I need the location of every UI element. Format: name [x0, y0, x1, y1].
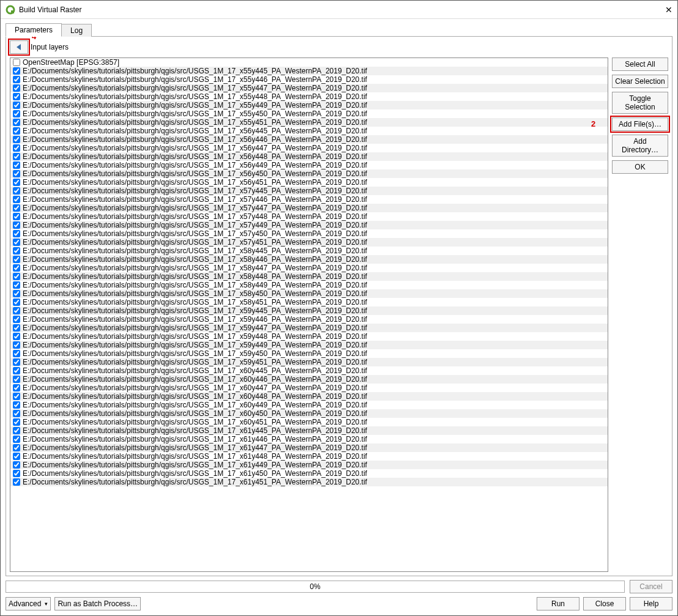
- layer-listbox[interactable]: OpenStreetMap [EPSG:3857]E:/Documents/sk…: [10, 58, 608, 572]
- list-item-checkbox[interactable]: [13, 59, 20, 66]
- list-item[interactable]: E:/Documents/skylines/tutorials/pittsbur…: [10, 255, 608, 264]
- list-item-checkbox[interactable]: [13, 196, 20, 203]
- tab-parameters[interactable]: Parameters: [6, 23, 62, 37]
- list-item[interactable]: E:/Documents/skylines/tutorials/pittsbur…: [10, 384, 608, 392]
- list-item[interactable]: E:/Documents/skylines/tutorials/pittsbur…: [10, 332, 608, 341]
- list-item-checkbox[interactable]: [13, 350, 20, 357]
- toggle-selection-button[interactable]: Toggle Selection: [612, 92, 668, 114]
- list-item[interactable]: E:/Documents/skylines/tutorials/pittsbur…: [10, 366, 608, 375]
- list-item-checkbox[interactable]: [13, 179, 20, 186]
- list-item-checkbox[interactable]: [13, 418, 20, 426]
- back-button[interactable]: [10, 40, 28, 54]
- list-item[interactable]: E:/Documents/skylines/tutorials/pittsbur…: [10, 358, 608, 366]
- list-item[interactable]: E:/Documents/skylines/tutorials/pittsbur…: [10, 461, 608, 469]
- list-item[interactable]: E:/Documents/skylines/tutorials/pittsbur…: [10, 281, 608, 289]
- tab-log[interactable]: Log: [61, 24, 92, 37]
- list-item[interactable]: E:/Documents/skylines/tutorials/pittsbur…: [10, 204, 608, 212]
- list-item-checkbox[interactable]: [13, 170, 20, 177]
- list-item[interactable]: E:/Documents/skylines/tutorials/pittsbur…: [10, 409, 608, 418]
- list-item[interactable]: E:/Documents/skylines/tutorials/pittsbur…: [10, 401, 608, 409]
- list-item[interactable]: E:/Documents/skylines/tutorials/pittsbur…: [10, 349, 608, 358]
- list-item-checkbox[interactable]: [13, 110, 20, 117]
- list-item-checkbox[interactable]: [13, 333, 20, 340]
- list-item[interactable]: E:/Documents/skylines/tutorials/pittsbur…: [10, 118, 608, 127]
- list-item-checkbox[interactable]: [13, 461, 20, 469]
- list-item[interactable]: E:/Documents/skylines/tutorials/pittsbur…: [10, 178, 608, 187]
- list-item[interactable]: E:/Documents/skylines/tutorials/pittsbur…: [10, 272, 608, 281]
- list-item-checkbox[interactable]: [13, 410, 20, 417]
- list-item[interactable]: E:/Documents/skylines/tutorials/pittsbur…: [10, 161, 608, 169]
- list-item-checkbox[interactable]: [13, 119, 20, 126]
- advanced-button[interactable]: Advanced ▾: [6, 597, 51, 610]
- list-item[interactable]: E:/Documents/skylines/tutorials/pittsbur…: [10, 375, 608, 384]
- ok-button[interactable]: OK: [612, 160, 668, 174]
- list-item[interactable]: OpenStreetMap [EPSG:3857]: [10, 58, 608, 67]
- list-item-checkbox[interactable]: [13, 239, 20, 246]
- list-item[interactable]: E:/Documents/skylines/tutorials/pittsbur…: [10, 324, 608, 332]
- list-item[interactable]: E:/Documents/skylines/tutorials/pittsbur…: [10, 392, 608, 401]
- list-item[interactable]: E:/Documents/skylines/tutorials/pittsbur…: [10, 298, 608, 306]
- list-item-checkbox[interactable]: [13, 376, 20, 383]
- list-item[interactable]: E:/Documents/skylines/tutorials/pittsbur…: [10, 92, 608, 101]
- list-item-checkbox[interactable]: [13, 436, 20, 443]
- list-item-checkbox[interactable]: [13, 453, 20, 460]
- list-item-checkbox[interactable]: [13, 367, 20, 374]
- list-item-checkbox[interactable]: [13, 136, 20, 143]
- list-item[interactable]: E:/Documents/skylines/tutorials/pittsbur…: [10, 229, 608, 238]
- list-item[interactable]: E:/Documents/skylines/tutorials/pittsbur…: [10, 152, 608, 161]
- list-item-checkbox[interactable]: [13, 67, 20, 75]
- list-item-checkbox[interactable]: [13, 384, 20, 391]
- list-item-checkbox[interactable]: [13, 273, 20, 280]
- list-item[interactable]: E:/Documents/skylines/tutorials/pittsbur…: [10, 418, 608, 426]
- list-item-checkbox[interactable]: [13, 401, 20, 409]
- list-item-checkbox[interactable]: [13, 127, 20, 135]
- list-item-checkbox[interactable]: [13, 264, 20, 272]
- list-item[interactable]: E:/Documents/skylines/tutorials/pittsbur…: [10, 341, 608, 349]
- list-item-checkbox[interactable]: [13, 247, 20, 254]
- list-item[interactable]: E:/Documents/skylines/tutorials/pittsbur…: [10, 478, 608, 486]
- list-item[interactable]: E:/Documents/skylines/tutorials/pittsbur…: [10, 127, 608, 135]
- list-item[interactable]: E:/Documents/skylines/tutorials/pittsbur…: [10, 264, 608, 272]
- list-item-checkbox[interactable]: [13, 290, 20, 297]
- list-item[interactable]: E:/Documents/skylines/tutorials/pittsbur…: [10, 238, 608, 247]
- list-item[interactable]: E:/Documents/skylines/tutorials/pittsbur…: [10, 75, 608, 84]
- list-item-checkbox[interactable]: [13, 187, 20, 195]
- list-item[interactable]: E:/Documents/skylines/tutorials/pittsbur…: [10, 452, 608, 461]
- list-item[interactable]: E:/Documents/skylines/tutorials/pittsbur…: [10, 315, 608, 324]
- list-item[interactable]: E:/Documents/skylines/tutorials/pittsbur…: [10, 101, 608, 109]
- list-item-checkbox[interactable]: [13, 299, 20, 306]
- add-files-button[interactable]: Add File(s)…: [612, 117, 668, 131]
- list-item-checkbox[interactable]: [13, 341, 20, 349]
- list-item[interactable]: E:/Documents/skylines/tutorials/pittsbur…: [10, 84, 608, 92]
- list-item-checkbox[interactable]: [13, 393, 20, 400]
- list-item-checkbox[interactable]: [13, 84, 20, 92]
- add-directory-button[interactable]: Add Directory…: [612, 135, 668, 157]
- list-item-checkbox[interactable]: [13, 307, 20, 314]
- list-item-checkbox[interactable]: [13, 221, 20, 229]
- list-item-checkbox[interactable]: [13, 256, 20, 263]
- list-item-checkbox[interactable]: [13, 324, 20, 332]
- list-item-checkbox[interactable]: [13, 230, 20, 237]
- list-item-checkbox[interactable]: [13, 161, 20, 169]
- list-item[interactable]: E:/Documents/skylines/tutorials/pittsbur…: [10, 306, 608, 315]
- run-batch-button[interactable]: Run as Batch Process…: [54, 597, 141, 610]
- list-item-checkbox[interactable]: [13, 153, 20, 160]
- list-item-checkbox[interactable]: [13, 281, 20, 289]
- list-item-checkbox[interactable]: [13, 470, 20, 477]
- list-item-checkbox[interactable]: [13, 144, 20, 152]
- run-button[interactable]: Run: [537, 597, 579, 610]
- list-item[interactable]: E:/Documents/skylines/tutorials/pittsbur…: [10, 469, 608, 478]
- list-item-checkbox[interactable]: [13, 204, 20, 212]
- list-item[interactable]: E:/Documents/skylines/tutorials/pittsbur…: [10, 289, 608, 298]
- list-item[interactable]: E:/Documents/skylines/tutorials/pittsbur…: [10, 443, 608, 452]
- list-item[interactable]: E:/Documents/skylines/tutorials/pittsbur…: [10, 109, 608, 118]
- list-item[interactable]: E:/Documents/skylines/tutorials/pittsbur…: [10, 135, 608, 144]
- list-item[interactable]: E:/Documents/skylines/tutorials/pittsbur…: [10, 195, 608, 204]
- list-item[interactable]: E:/Documents/skylines/tutorials/pittsbur…: [10, 426, 608, 435]
- list-item[interactable]: E:/Documents/skylines/tutorials/pittsbur…: [10, 144, 608, 152]
- select-all-button[interactable]: Select All: [612, 58, 668, 71]
- list-item-checkbox[interactable]: [13, 213, 20, 220]
- list-item[interactable]: E:/Documents/skylines/tutorials/pittsbur…: [10, 187, 608, 195]
- close-button[interactable]: Close: [583, 597, 626, 610]
- list-item-checkbox[interactable]: [13, 478, 20, 486]
